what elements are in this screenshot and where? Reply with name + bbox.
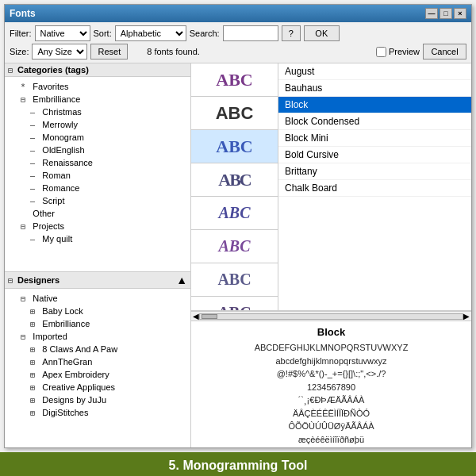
creative-expand-icon: ⊞ xyxy=(30,383,40,392)
apex-expand-icon: ⊞ xyxy=(30,370,40,379)
tree-item-native[interactable]: ⊟ Native xyxy=(8,292,187,305)
tree-item-babylock[interactable]: ⊞ Baby Lock xyxy=(8,305,187,317)
scroll-left-icon[interactable]: ◀ xyxy=(193,312,199,321)
tree-item-favorites[interactable]: * Favorites xyxy=(8,80,187,93)
oldenglish-dash-icon: — xyxy=(30,146,40,155)
reset-button[interactable]: Reset xyxy=(90,44,128,60)
cancel-button[interactable]: Cancel xyxy=(423,44,466,60)
font-preview-block-condensed[interactable]: ABC xyxy=(191,163,278,197)
scroll-right-icon[interactable]: ▶ xyxy=(463,312,470,321)
tree-item-designsbyjuju[interactable]: ⊞ Designs by JuJu xyxy=(8,393,187,406)
tree-item-apex[interactable]: ⊞ Apex Embroidery xyxy=(8,368,187,381)
tree-item-embrilliance2[interactable]: ⊞ Embrilliance xyxy=(8,317,187,330)
annthegran-label: AnnTheGran xyxy=(42,357,92,367)
babylock-label: Baby Lock xyxy=(42,306,83,316)
title-bar: Fonts — □ × xyxy=(5,5,471,22)
tree-item-monogram[interactable]: — Monogram xyxy=(8,131,187,144)
font-item-bauhaus[interactable]: Bauhaus xyxy=(278,80,471,97)
font-preview-brittany[interactable]: ABC xyxy=(191,263,278,297)
designers-resize-icon[interactable]: ▲ xyxy=(176,274,187,286)
font-preview-abc1: ABC xyxy=(216,70,252,90)
oldenglish-label: OldEnglish xyxy=(42,145,84,155)
projects-label: Projects xyxy=(33,221,64,231)
font-preview-bold-cursive[interactable]: ABC xyxy=(191,230,278,263)
search-label: Search: xyxy=(190,29,220,38)
window-title: Fonts xyxy=(10,8,36,19)
tree-item-projects[interactable]: ⊟ Projects xyxy=(8,220,187,232)
designers-header: ⊟ Designers ▲ xyxy=(5,272,190,289)
font-preview-bauhaus[interactable]: ABC xyxy=(191,97,278,130)
size-select[interactable]: Any Size Small Medium Large xyxy=(32,44,87,60)
tree-item-other[interactable]: Other xyxy=(8,207,187,220)
minimize-button[interactable]: — xyxy=(425,8,438,19)
tree-item-creative[interactable]: ⊞ Creative Appliques xyxy=(8,381,187,393)
font-preview-abc3: ABC xyxy=(216,136,252,157)
font-preview-block[interactable]: ABC xyxy=(191,130,278,163)
font-preview-august[interactable]: ABC xyxy=(191,63,278,97)
font-item-august[interactable]: August xyxy=(278,63,471,80)
ok-button[interactable]: OK xyxy=(304,25,340,41)
font-item-bold-cursive[interactable]: Bold Cursive xyxy=(278,147,471,163)
font-item-chalkboard[interactable]: Chalk Board xyxy=(278,180,471,197)
font-detail-name: Block xyxy=(196,326,466,338)
tree-item-christmas[interactable]: — Christmas xyxy=(8,106,187,118)
font-preview-chalkboard[interactable]: ABC xyxy=(191,297,278,310)
font-previews: ABC ABC ABC ABC ABC ABC xyxy=(191,63,278,310)
horizontal-scrollbar[interactable]: ◀ ▶ xyxy=(191,311,471,321)
tree-item-renaissance[interactable]: — Renaissance xyxy=(8,156,187,169)
content-area: ⊟ Categories (tags) * Favorites ⊟ Embril… xyxy=(5,63,471,447)
sort-select[interactable]: Alphabetic By Size By Date xyxy=(115,25,186,41)
roman-dash-icon: — xyxy=(30,171,40,180)
categories-expand-icon[interactable]: ⊟ xyxy=(8,66,17,75)
close-button[interactable]: × xyxy=(454,8,466,19)
preview-checkbox-label: Preview xyxy=(376,47,420,57)
font-item-block-mini[interactable]: Block Mini xyxy=(278,130,471,147)
font-item-brittany[interactable]: Brittany xyxy=(278,163,471,180)
tree-item-8claws[interactable]: ⊞ 8 Claws And A Paw xyxy=(8,343,187,355)
tree-item-embrilliance[interactable]: ⊟ Embrilliance xyxy=(8,93,187,106)
categories-tree: * Favorites ⊟ Embrilliance — Christmas —… xyxy=(5,77,190,272)
tree-item-merrowly[interactable]: — Merrowly xyxy=(8,118,187,131)
monogram-dash-icon: — xyxy=(30,133,40,142)
romance-dash-icon: — xyxy=(30,184,40,193)
font-detail-line9: ùúûüÿöøõôœŒŠŽŽ xyxy=(196,446,466,447)
preview-checkbox[interactable] xyxy=(376,47,386,57)
favorites-expand-icon: * xyxy=(21,83,30,91)
font-preview-block-mini[interactable]: ABC xyxy=(191,197,278,230)
font-item-block-condensed[interactable]: Block Condensed xyxy=(278,113,471,130)
maximize-button[interactable]: □ xyxy=(440,8,452,19)
tree-item-annthegran[interactable]: ⊞ AnnTheGran xyxy=(8,355,187,368)
filter-select[interactable]: Native All Imported xyxy=(35,25,90,41)
scroll-thumb[interactable] xyxy=(202,314,217,319)
tree-item-script[interactable]: — Script xyxy=(8,194,187,207)
digistitches-expand-icon: ⊞ xyxy=(30,409,40,417)
christmas-dash-icon: — xyxy=(30,108,40,117)
imported-expand-icon: ⊟ xyxy=(21,332,30,341)
font-detail-line5: ´`¸¡€ÐÞÆÄÃÂÁÀ xyxy=(196,393,466,407)
tree-item-digistitches[interactable]: ⊞ DigiStitches xyxy=(8,406,187,419)
tree-item-imported[interactable]: ⊟ Imported xyxy=(8,330,187,343)
tree-item-myquilt[interactable]: — My quilt xyxy=(8,232,187,245)
categories-label: Categories (tags) xyxy=(17,65,89,75)
tree-item-roman[interactable]: — Roman xyxy=(8,169,187,182)
script-label: Script xyxy=(42,196,64,205)
font-preview-abc4: ABC xyxy=(218,170,250,190)
search-input[interactable] xyxy=(223,25,278,41)
scroll-track[interactable] xyxy=(199,313,463,320)
font-item-block[interactable]: Block xyxy=(278,97,471,113)
font-detail-line6: ÄÂÇÈÉÊËÌÍÎÏÐÑÒÓ xyxy=(196,407,466,420)
designers-expand-icon[interactable]: ⊟ xyxy=(8,276,17,285)
toolbar-row1: Filter: Native All Imported Sort: Alphab… xyxy=(10,25,466,41)
native-label: Native xyxy=(33,294,57,303)
help-button[interactable]: ? xyxy=(282,25,301,41)
projects-expand-icon: ⊟ xyxy=(21,222,30,231)
tree-item-oldenglish[interactable]: — OldEnglish xyxy=(8,144,187,156)
embrilliance2-expand-icon: ⊞ xyxy=(30,320,40,328)
title-bar-buttons: — □ × xyxy=(425,8,466,19)
tree-item-romance[interactable]: — Romance xyxy=(8,182,187,194)
toolbar-row2: Size: Any Size Small Medium Large Reset … xyxy=(10,44,466,60)
font-preview-abc2: ABC xyxy=(216,103,254,124)
font-detail-line4: 1234567890 xyxy=(196,381,466,394)
font-detail-line2: abcdefghijklmnopqrstuvwxyz xyxy=(196,355,466,368)
font-preview-abc7: ABC xyxy=(217,271,251,289)
